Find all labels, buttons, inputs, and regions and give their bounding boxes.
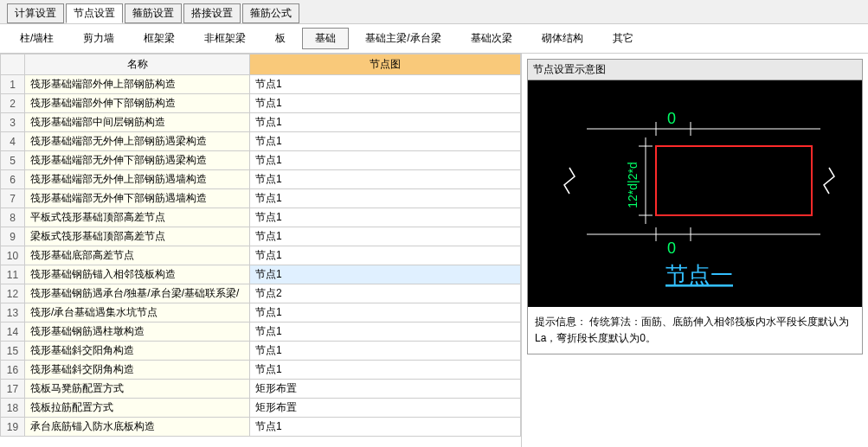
hint-area: 提示信息： 传统算法：面筋、底筋伸入相邻筏板内水平段长度默认为La，弯折段长度默… — [528, 307, 862, 354]
row-num: 10 — [1, 246, 25, 265]
sub-tab-4[interactable]: 板 — [262, 28, 299, 49]
row-name[interactable]: 筏形基础斜交阳角构造 — [25, 342, 250, 361]
table-row[interactable]: 10筏形基础底部高差节点节点1 — [1, 246, 521, 265]
row-num: 19 — [1, 418, 25, 437]
sub-tab-bar: 柱/墙柱剪力墙框架梁非框架梁板基础基础主梁/承台梁基础次梁砌体结构其它 — [0, 23, 868, 54]
settings-table: 名称 节点图 1筏形基础端部外伸上部钢筋构造节点12筏形基础端部外伸下部钢筋构造… — [0, 54, 521, 437]
diagram-canvas: 0 0 12*d|2*d 节点一 — [528, 80, 862, 307]
row-name[interactable]: 筏形基础端部无外伸上部钢筋遇墙构造 — [25, 170, 250, 189]
dim-vert: 12*d|2*d — [626, 162, 640, 208]
top-tab-1[interactable]: 节点设置 — [66, 3, 123, 23]
row-name[interactable]: 筏形基础钢筋遇柱墩构造 — [25, 322, 250, 342]
row-num: 6 — [1, 170, 25, 189]
diagram-title: 节点设置示意图 — [528, 60, 862, 80]
table-row[interactable]: 14筏形基础钢筋遇柱墩构造节点1 — [1, 322, 521, 342]
sub-tab-1[interactable]: 剪力墙 — [70, 28, 127, 49]
row-node[interactable]: 节点1 — [250, 208, 521, 227]
row-node[interactable]: 节点1 — [250, 303, 521, 322]
row-name[interactable]: 筏形基础钢筋锚入相邻筏板构造 — [25, 265, 250, 284]
top-tab-4[interactable]: 箍筋公式 — [242, 3, 299, 23]
row-node[interactable]: 节点1 — [250, 227, 521, 246]
table-row[interactable]: 11筏形基础钢筋锚入相邻筏板构造节点1 — [1, 265, 521, 284]
row-num: 12 — [1, 284, 25, 303]
row-name[interactable]: 平板式筏形基础顶部高差节点 — [25, 208, 250, 227]
table-row[interactable]: 7筏形基础端部无外伸下部钢筋遇墙构造节点1 — [1, 189, 521, 208]
row-node[interactable]: 矩形布置 — [250, 399, 521, 418]
svg-rect-0 — [656, 146, 812, 215]
row-name[interactable]: 筏形基础端部外伸上部钢筋构造 — [25, 75, 250, 94]
row-num: 4 — [1, 132, 25, 151]
row-name[interactable]: 梁板式筏形基础顶部高差节点 — [25, 227, 250, 246]
sub-tab-9[interactable]: 其它 — [600, 28, 646, 49]
row-num: 5 — [1, 151, 25, 170]
row-num: 11 — [1, 265, 25, 284]
diagram-caption: 节点一 — [665, 262, 733, 288]
top-tab-2[interactable]: 箍筋设置 — [125, 3, 182, 23]
row-name[interactable]: 筏形基础钢筋遇承台/独基/承台梁/基础联系梁/ — [25, 284, 250, 303]
table-area: 名称 节点图 1筏形基础端部外伸上部钢筋构造节点12筏形基础端部外伸下部钢筋构造… — [0, 54, 522, 447]
table-row[interactable]: 3筏形基础端部中间层钢筋构造节点1 — [1, 113, 521, 132]
sub-tab-5[interactable]: 基础 — [302, 28, 349, 49]
table-row[interactable]: 12筏形基础钢筋遇承台/独基/承台梁/基础联系梁/节点2 — [1, 284, 521, 303]
top-tab-3[interactable]: 搭接设置 — [183, 3, 241, 23]
row-name[interactable]: 筏形基础端部无外伸下部钢筋遇墙构造 — [25, 189, 250, 208]
row-name[interactable]: 筏形基础端部无外伸下部钢筋遇梁构造 — [25, 151, 250, 170]
row-name[interactable]: 承台底筋锚入防水底板构造 — [25, 418, 250, 437]
row-node[interactable]: 节点1 — [250, 265, 521, 284]
table-row[interactable]: 15筏形基础斜交阳角构造节点1 — [1, 342, 521, 361]
row-node[interactable]: 矩形布置 — [250, 380, 521, 399]
sub-tab-8[interactable]: 砌体结构 — [529, 28, 596, 49]
content-area: 名称 节点图 1筏形基础端部外伸上部钢筋构造节点12筏形基础端部外伸下部钢筋构造… — [0, 54, 868, 447]
row-node[interactable]: 节点1 — [250, 342, 521, 361]
row-name[interactable]: 筏形/承台基础遇集水坑节点 — [25, 303, 250, 322]
row-node[interactable]: 节点1 — [250, 151, 521, 170]
row-node[interactable]: 节点1 — [250, 113, 521, 132]
row-node[interactable]: 节点1 — [250, 94, 521, 113]
row-node[interactable]: 节点1 — [250, 132, 521, 151]
row-node[interactable]: 节点1 — [250, 189, 521, 208]
row-num: 17 — [1, 380, 25, 399]
table-row[interactable]: 18筏板拉筋配置方式矩形布置 — [1, 399, 521, 418]
row-node[interactable]: 节点1 — [250, 418, 521, 437]
table-row[interactable]: 17筏板马凳筋配置方式矩形布置 — [1, 380, 521, 399]
table-row[interactable]: 13筏形/承台基础遇集水坑节点节点1 — [1, 303, 521, 322]
sub-tab-0[interactable]: 柱/墙柱 — [7, 28, 67, 49]
row-name[interactable]: 筏形基础端部外伸下部钢筋构造 — [25, 94, 250, 113]
row-num: 8 — [1, 208, 25, 227]
sub-tab-6[interactable]: 基础主梁/承台梁 — [352, 28, 453, 49]
table-row[interactable]: 16筏形基础斜交阴角构造节点1 — [1, 361, 521, 380]
sub-tab-3[interactable]: 非框架梁 — [191, 28, 259, 49]
row-name[interactable]: 筏板拉筋配置方式 — [25, 399, 250, 418]
table-row[interactable]: 5筏形基础端部无外伸下部钢筋遇梁构造节点1 — [1, 151, 521, 170]
table-row[interactable]: 8平板式筏形基础顶部高差节点节点1 — [1, 208, 521, 227]
table-row[interactable]: 19承台底筋锚入防水底板构造节点1 — [1, 418, 521, 437]
row-num: 9 — [1, 227, 25, 246]
table-row[interactable]: 4筏形基础端部无外伸上部钢筋遇梁构造节点1 — [1, 132, 521, 151]
row-node[interactable]: 节点1 — [250, 322, 521, 342]
row-num: 15 — [1, 342, 25, 361]
row-num: 13 — [1, 303, 25, 322]
row-name[interactable]: 筏形基础斜交阴角构造 — [25, 361, 250, 380]
table-row[interactable]: 9梁板式筏形基础顶部高差节点节点1 — [1, 227, 521, 246]
row-num: 16 — [1, 361, 25, 380]
diagram-svg: 0 0 12*d|2*d 节点一 — [535, 86, 855, 302]
row-num: 14 — [1, 322, 25, 342]
row-node[interactable]: 节点1 — [250, 246, 521, 265]
row-num: 2 — [1, 94, 25, 113]
row-node[interactable]: 节点2 — [250, 284, 521, 303]
row-node[interactable]: 节点1 — [250, 75, 521, 94]
sub-tab-7[interactable]: 基础次梁 — [458, 28, 525, 49]
row-name[interactable]: 筏形基础端部中间层钢筋构造 — [25, 113, 250, 132]
row-node[interactable]: 节点1 — [250, 170, 521, 189]
row-name[interactable]: 筏板马凳筋配置方式 — [25, 380, 250, 399]
row-num: 3 — [1, 113, 25, 132]
row-name[interactable]: 筏形基础端部无外伸上部钢筋遇梁构造 — [25, 132, 250, 151]
top-tab-0[interactable]: 计算设置 — [7, 3, 64, 23]
row-num: 1 — [1, 75, 25, 94]
table-row[interactable]: 6筏形基础端部无外伸上部钢筋遇墙构造节点1 — [1, 170, 521, 189]
table-row[interactable]: 2筏形基础端部外伸下部钢筋构造节点1 — [1, 94, 521, 113]
sub-tab-2[interactable]: 框架梁 — [131, 28, 188, 49]
row-node[interactable]: 节点1 — [250, 361, 521, 380]
row-name[interactable]: 筏形基础底部高差节点 — [25, 246, 250, 265]
table-row[interactable]: 1筏形基础端部外伸上部钢筋构造节点1 — [1, 75, 521, 94]
